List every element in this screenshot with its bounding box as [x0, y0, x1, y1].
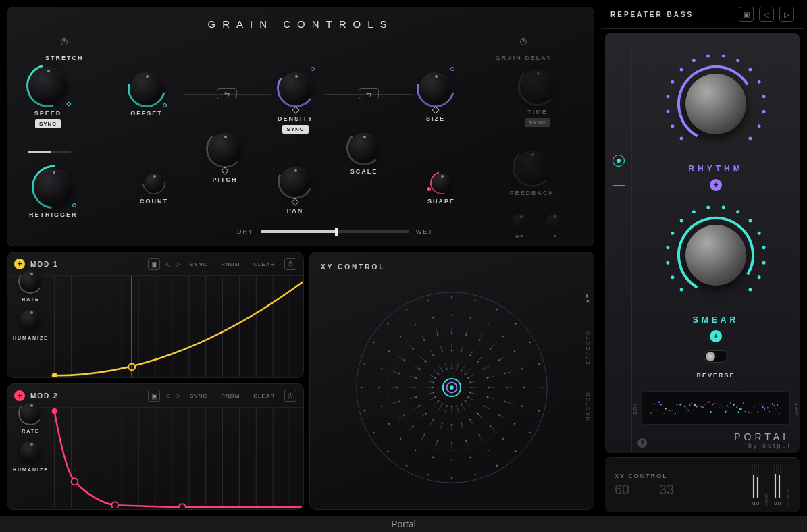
view-sliders-icon[interactable] [613, 183, 625, 192]
mod1-rate-knob[interactable]: RATE [20, 271, 41, 302]
svg-point-165 [404, 360, 405, 361]
svg-line-84 [468, 375, 473, 378]
svg-point-199 [400, 336, 401, 337]
grain-drywet-slider[interactable]: DRY WET [237, 228, 434, 235]
mod1-sync[interactable]: SYNC [186, 259, 211, 269]
svg-line-122 [440, 346, 442, 352]
delay-time-knob[interactable]: TIME SYNC [521, 70, 554, 127]
xy-pad[interactable] [344, 280, 560, 496]
xy-tab-master[interactable]: MASTER [585, 391, 591, 421]
svg-line-164 [399, 357, 405, 361]
mod2-humanize-knob[interactable]: HUMANIZE [13, 442, 49, 472]
offset-knob[interactable]: OFFSET [130, 72, 163, 117]
svg-point-57 [442, 404, 443, 405]
reverse-toggle[interactable] [704, 350, 728, 363]
smear-assign[interactable]: + [710, 330, 722, 342]
svg-line-114 [410, 376, 416, 377]
pitch-knob[interactable]: PITCH [209, 133, 241, 183]
svg-point-295 [693, 410, 694, 411]
delay-sync-button[interactable]: SYNC [525, 118, 550, 127]
mod2-rndm[interactable]: RNDM [217, 391, 244, 401]
xy-tab-xy[interactable]: XY [585, 293, 591, 303]
delay-lp-knob[interactable]: LP [546, 214, 561, 239]
svg-point-263 [758, 232, 760, 234]
svg-point-292 [687, 410, 689, 411]
mod1-badge[interactable]: + [14, 259, 25, 269]
mod2-power[interactable] [284, 390, 296, 402]
svg-point-111 [415, 396, 417, 398]
stretch-power[interactable]: STRETCH [45, 38, 84, 61]
grain-controls-panel: GRAIN CONTROLS STRETCH SPEED SYNC [7, 7, 594, 246]
mod2-clear[interactable]: CLEAR [249, 391, 279, 401]
svg-point-139 [504, 401, 505, 402]
svg-point-245 [749, 69, 751, 71]
density-sync-button[interactable]: SYNC [282, 125, 308, 134]
svg-point-129 [469, 355, 471, 356]
delay-feedback-knob[interactable]: FEEDBACK [510, 151, 554, 196]
svg-point-215 [427, 474, 429, 475]
svg-line-82 [465, 369, 470, 374]
svg-point-246 [758, 81, 760, 83]
mod2-prev[interactable]: ◁ [165, 392, 170, 399]
mod2-badge[interactable]: + [14, 390, 25, 401]
mod2-curve-editor[interactable] [7, 408, 303, 509]
help-icon[interactable]: ? [637, 438, 647, 448]
mod1-preset-icon[interactable]: ▣ [148, 258, 160, 270]
speed-sync-button[interactable]: SYNC [35, 119, 61, 128]
xy-tab-effects[interactable]: EFFECTS [585, 330, 591, 364]
scale-knob[interactable]: SCALE [349, 133, 379, 175]
mod2-preset-icon[interactable]: ▣ [148, 390, 160, 402]
mod1-humanize-knob[interactable]: HUMANIZE [13, 310, 49, 340]
svg-point-298 [698, 403, 698, 404]
mod1-clear[interactable]: CLEAR [249, 259, 279, 269]
svg-point-59 [438, 400, 439, 402]
svg-point-267 [749, 288, 751, 290]
link-density-size[interactable]: ⇆ [359, 88, 379, 99]
rhythm-knob[interactable] [658, 47, 773, 161]
power-icon [61, 38, 68, 45]
svg-point-200 [415, 324, 416, 325]
smear-knob[interactable] [658, 198, 773, 313]
count-knob[interactable]: COUNT [140, 174, 168, 205]
rhythm-assign[interactable]: + [710, 179, 722, 191]
shape-knob[interactable]: SHAPE [427, 174, 455, 205]
svg-line-62 [427, 392, 434, 394]
density-knob[interactable]: DENSITY SYNC [278, 72, 313, 134]
preset-next[interactable]: ▷ [779, 7, 794, 22]
svg-point-275 [660, 404, 662, 406]
speed-knob[interactable]: SPEED SYNC [29, 67, 67, 128]
svg-point-250 [749, 137, 751, 139]
svg-point-342 [769, 411, 770, 413]
mod1-curve-editor[interactable] [7, 276, 303, 377]
svg-point-339 [764, 408, 765, 410]
mod1-next[interactable]: ▷ [176, 261, 180, 267]
svg-point-255 [667, 246, 669, 248]
mod2-sync[interactable]: SYNC [186, 391, 211, 401]
view-circle-icon[interactable] [613, 155, 625, 167]
mod2-next[interactable]: ▷ [176, 392, 180, 399]
preset-prev[interactable]: ◁ [759, 7, 774, 22]
mod1-prev[interactable]: ◁ [165, 261, 170, 267]
link-offset-density[interactable]: ⇆ [217, 88, 237, 99]
svg-point-301 [702, 406, 704, 408]
mod1-power[interactable] [284, 258, 296, 270]
mod2-rate-knob[interactable]: RATE [20, 403, 41, 433]
svg-point-75 [446, 369, 448, 370]
svg-point-309 [716, 408, 717, 409]
svg-point-218 [373, 432, 374, 433]
waveform-strip[interactable]: DRY WET [642, 391, 790, 425]
preset-browser-icon[interactable]: ▣ [739, 7, 754, 22]
delay-hp-knob[interactable]: HP [513, 214, 527, 239]
svg-point-117 [419, 369, 421, 370]
svg-point-294 [691, 403, 692, 404]
grain-delay-power[interactable]: GRAIN DELAY [496, 38, 552, 61]
retrigger-knob[interactable]: RETRIGGER [29, 168, 78, 218]
svg-point-83 [465, 373, 466, 375]
svg-point-45 [468, 396, 469, 398]
pan-knob[interactable]: PAN [280, 167, 310, 214]
svg-point-265 [763, 262, 765, 264]
speed-slider[interactable] [28, 151, 71, 153]
size-knob[interactable]: SIZE [419, 72, 452, 122]
svg-point-177 [479, 340, 480, 341]
mod1-rndm[interactable]: RNDM [217, 259, 244, 269]
